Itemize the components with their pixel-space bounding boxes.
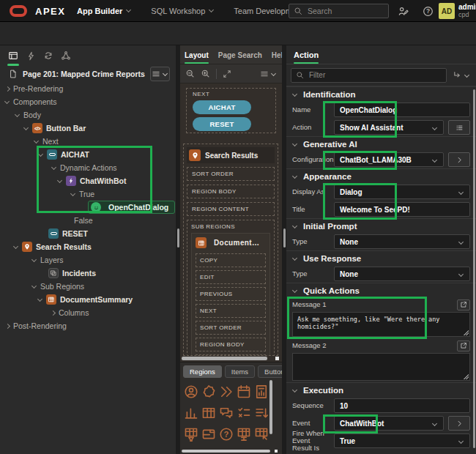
side-button-go[interactable] (448, 416, 470, 431)
scrollbar-thumb[interactable] (182, 357, 267, 360)
property-filter-input[interactable] (308, 70, 442, 80)
gallery-vertical-scrollbar[interactable] (269, 380, 272, 450)
search-input[interactable] (306, 6, 384, 16)
zoom-out-icon[interactable] (185, 69, 195, 78)
tree-root-row[interactable]: Page 201: Mapped Crime Reports (0, 66, 176, 82)
section-header-generative-ai[interactable]: Generative AI (286, 136, 476, 151)
zoom-in-icon[interactable] (201, 69, 210, 78)
gallery-icon-table[interactable] (201, 405, 217, 421)
tree-item-components[interactable]: Components (0, 95, 176, 108)
tree-item-post-rendering[interactable]: Post-Rendering (0, 319, 176, 332)
gallery-tab-items[interactable]: Items (225, 365, 255, 378)
property-select-event[interactable]: ChatWithBot (334, 416, 444, 431)
layout-slot-region-content[interactable]: REGION CONTENT (196, 354, 266, 356)
resize-handle-icon[interactable] (463, 373, 469, 379)
section-header-quick-actions[interactable]: Quick Actions (286, 283, 476, 297)
side-button-list[interactable] (448, 120, 470, 135)
gallery-icon-chart[interactable] (183, 405, 199, 421)
nav-sql-workshop[interactable]: SQL Workshop (141, 0, 224, 22)
expand-icon[interactable] (223, 70, 231, 78)
tree-item-button-bar[interactable]: </>Button Bar (0, 122, 176, 135)
canvas-horizontal-scrollbar[interactable] (182, 357, 279, 360)
layout-slot-region-body[interactable]: REGION BODY (187, 185, 275, 198)
nav-app-builder[interactable]: App Builder (67, 0, 141, 22)
scrollbar-thumb[interactable] (182, 450, 270, 453)
layout-button-reset[interactable]: RESET (193, 117, 251, 131)
gallery-icon-chevrons[interactable] (218, 384, 234, 400)
tree-item-incidents[interactable]: Incidents (0, 267, 176, 280)
section-header-identification[interactable]: Identification (286, 86, 476, 101)
gallery-tab-regions[interactable]: Regions (183, 365, 222, 378)
help-icon[interactable]: ? (423, 6, 434, 17)
layout-slot-sort-order[interactable]: SORT ORDER (196, 321, 266, 335)
tree-item-sub-regions[interactable]: Sub Regions (0, 280, 176, 293)
tab-layout[interactable]: Layout (185, 51, 209, 64)
layout-slot-edit[interactable]: EDIT (196, 270, 266, 284)
layout-slot-sub-regions[interactable]: SUB REGIONSDocument…COPYEDITPREVIOUSNEXT… (187, 220, 275, 356)
gallery-icon-report[interactable] (253, 384, 269, 400)
layout-slot-sort-order[interactable]: SORT ORDER (187, 167, 275, 181)
property-textarea-message-1[interactable] (292, 312, 470, 337)
property-select-configuration[interactable]: ChatBot_LLAMA30B (334, 152, 444, 167)
layout-slot-previous[interactable]: PREVIOUS (196, 287, 266, 301)
gallery-icon-interactive-grid[interactable] (253, 426, 269, 442)
tree-item-documentsummary[interactable]: DocumentSummary (0, 293, 176, 306)
section-header-use-response[interactable]: Use Response (286, 250, 476, 265)
property-input-title[interactable]: Welcome To SeePD! (334, 202, 470, 217)
layout-region-search-results[interactable]: Search Results SORT ORDERREGION BODYREGI… (183, 144, 278, 356)
section-header-execution[interactable]: Execution (286, 382, 476, 397)
section-header-appearance[interactable]: Appearance (286, 168, 476, 183)
tab-rendering[interactable] (4, 45, 22, 66)
gallery-icon-filter-table[interactable] (183, 426, 199, 442)
property-select-display-as[interactable]: Dialog (334, 185, 470, 199)
subregion-header[interactable]: Document… (196, 236, 266, 250)
gallery-icon-pivot[interactable] (236, 426, 252, 442)
gallery-icon-card[interactable] (201, 426, 217, 442)
tree-menu-button[interactable] (150, 67, 170, 81)
gallery-icon-help[interactable]: ? (218, 426, 234, 442)
tree-item-dynamic-actions[interactable]: Dynamic Actions (0, 161, 176, 174)
gallery-icon-checklist[interactable] (236, 405, 252, 421)
section-header-initial-prompt[interactable]: Initial Prompt (286, 218, 476, 233)
tree-item-next[interactable]: Next (0, 135, 176, 148)
layout-region-next[interactable]: NEXT AICHATRESET (186, 88, 276, 133)
property-select-type[interactable]: None (334, 267, 470, 281)
layout-menu-button[interactable] (260, 70, 277, 78)
tree-item-reset[interactable]: RESET (0, 227, 176, 240)
gallery-icon-calendar[interactable] (236, 384, 252, 400)
user-avatar[interactable]: AD (439, 3, 455, 19)
property-filter-box[interactable] (291, 68, 447, 83)
tree-item-search-results[interactable]: Search Results (0, 240, 176, 253)
scrollbar-thumb[interactable] (269, 380, 272, 434)
tab-processing[interactable] (40, 45, 57, 66)
tree-item-chatwithbot[interactable]: ChatWithBot (0, 174, 176, 187)
tab-action[interactable]: Action (294, 51, 319, 64)
gallery-icon-avatar[interactable] (183, 384, 199, 400)
property-scrollbar[interactable] (473, 89, 475, 448)
search-results-header[interactable]: Search Results (187, 147, 275, 163)
gallery-icon-comments[interactable] (218, 405, 234, 421)
property-select-action[interactable]: Show AI Assistant (334, 120, 444, 135)
property-input-name[interactable]: OpenChatDialog (334, 103, 470, 117)
resize-handle-icon[interactable] (463, 330, 469, 335)
tab-dynamic-actions[interactable] (22, 45, 40, 66)
layout-slot-region-body[interactable]: REGION BODY (196, 338, 266, 351)
side-button-go[interactable] (448, 152, 470, 167)
popup-edit-button[interactable] (457, 299, 470, 310)
tree-item-true[interactable]: True (0, 187, 176, 201)
layout-slot-copy[interactable]: COPY (196, 253, 266, 267)
tree-item-aichat[interactable]: AICHAT (0, 148, 176, 161)
gallery-horizontal-scrollbar[interactable] (182, 450, 278, 453)
popup-edit-button[interactable] (457, 340, 470, 351)
layout-slot-next[interactable]: NEXT (196, 304, 266, 318)
property-input-sequence[interactable]: 10 (334, 398, 470, 413)
property-select-type[interactable]: None (334, 234, 470, 249)
gallery-icon-badge[interactable] (201, 384, 217, 400)
property-select-fire-when-event-result-is[interactable]: True (334, 433, 470, 448)
tab-page-shared-components[interactable] (57, 45, 75, 66)
tree-item-openchatdialog[interactable]: OpenChatDialog (0, 201, 176, 214)
user-edit-icon[interactable] (398, 6, 409, 17)
property-textarea-message-2[interactable] (292, 353, 470, 381)
tree-item-columns[interactable]: Columns (0, 306, 176, 319)
tab-help[interactable]: Help (272, 51, 282, 64)
